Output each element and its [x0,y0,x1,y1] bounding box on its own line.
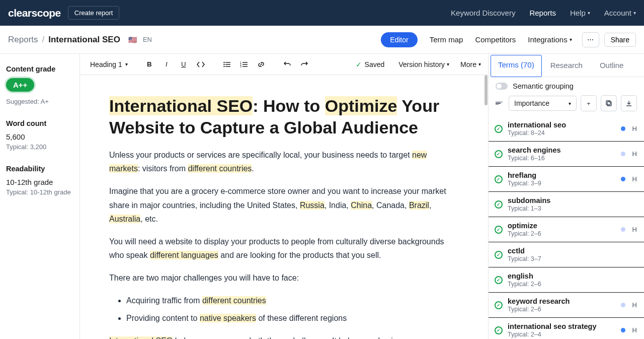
bullet-list[interactable]: Acquiring traffic from different countri… [109,294,453,325]
stats-sidebar: Content grade A++ Suggested: A+ Word cou… [0,54,79,339]
term-typical: Typical: 2–6 [508,281,637,288]
indicator-dot [621,152,625,156]
redo-button[interactable] [297,57,312,72]
nav-keyword-discovery[interactable]: Keyword Discovery [451,9,515,17]
term-item[interactable]: international seo strategyTypical: 2–4H [489,318,644,339]
svg-point-2 [223,63,224,64]
code-button[interactable] [193,57,208,72]
version-history-button[interactable]: Version history▾ [398,60,449,69]
editor-toolbar: Heading 1▾ B I U 123 ✓Saved Version hist… [80,54,488,75]
term-item[interactable]: international seoTypical: 8–24H [489,116,644,142]
tab-research[interactable]: Research [542,54,591,77]
svg-point-4 [223,65,224,66]
paragraph[interactable]: You will need a website to display your … [109,235,453,262]
word-count-value: 5,600 [6,132,74,141]
link-button[interactable] [254,57,269,72]
semantic-grouping-toggle[interactable] [496,83,508,90]
chevron-down-icon: ▾ [447,61,449,67]
check-circle-icon [495,150,503,158]
list-item[interactable]: Providing content to native speakers of … [126,312,453,325]
check-icon: ✓ [356,60,362,69]
add-term-button[interactable]: + [581,95,597,111]
paragraph[interactable]: There are two major challenges you will … [109,271,453,285]
logo: clearscope [8,7,61,19]
content-grade-label: Content grade [6,65,74,73]
nav-help[interactable]: Help▾ [570,9,590,17]
competitors-tab[interactable]: Competitors [475,35,516,44]
importance-dropdown[interactable]: Importance▾ [509,96,577,111]
tab-terms[interactable]: Terms (70) [491,55,542,77]
bold-button[interactable]: B [142,57,157,72]
indicator-dot [621,227,625,232]
term-name: cctld [508,247,637,255]
copy-button[interactable] [601,95,617,111]
download-button[interactable] [621,95,637,111]
more-menu-button[interactable]: ⋯ [582,32,599,47]
style-dropdown[interactable]: Heading 1▾ [87,58,131,71]
scrollbar-thumb[interactable] [485,75,488,105]
heading-badge: H [632,226,637,233]
more-dropdown[interactable]: More▾ [460,60,481,69]
svg-rect-7 [243,62,248,62]
term-name: search engines [508,146,616,154]
tab-outline[interactable]: Outline [591,54,632,77]
document-heading[interactable]: International SEO: How to Optimize Your … [109,95,453,138]
check-circle-icon [495,276,503,284]
bullet-list-button[interactable] [219,57,234,72]
undo-button[interactable] [280,57,295,72]
document-editor[interactable]: International SEO: How to Optimize Your … [80,75,488,339]
paragraph[interactable]: Unless your products or services are spe… [109,148,453,175]
sort-icon[interactable] [496,102,505,105]
chevron-down-icon: ▾ [588,10,590,16]
paragraph[interactable]: Imagine that you are a grocery e-commerc… [109,184,453,226]
svg-rect-13 [606,101,610,105]
heading-badge: H [632,150,637,158]
term-name: keyword research [508,297,616,305]
editor-tab[interactable]: Editor [381,32,418,47]
heading-badge: H [632,301,637,309]
term-typical: Typical: 8–24 [508,129,616,137]
numbered-list-button[interactable]: 123 [236,57,252,72]
term-item[interactable]: search enginesTypical: 6–16H [489,142,644,167]
term-item[interactable]: englishTypical: 2–6 [489,267,644,293]
create-report-button[interactable]: Create report [68,6,120,20]
chevron-down-icon: ▾ [633,10,636,16]
svg-rect-9 [243,64,248,64]
term-item[interactable]: keyword researchTypical: 2–6H [489,293,644,318]
saved-indicator: ✓Saved [356,60,385,69]
list-item[interactable]: Acquiring traffic from different countri… [126,294,453,307]
term-item[interactable]: hreflangTypical: 3–9H [489,167,644,192]
dots-icon: ⋯ [587,36,594,43]
term-item[interactable]: cctldTypical: 3–7 [489,242,644,267]
word-count-typical: Typical: 3,200 [6,143,74,151]
term-typical: Typical: 2–4 [508,331,616,338]
term-name: hreflang [508,171,616,179]
svg-point-0 [223,61,224,62]
indicator-dot [621,177,625,181]
share-button[interactable]: Share [604,33,636,47]
italic-button[interactable]: I [159,57,174,72]
svg-rect-3 [225,64,230,64]
language-code: EN [143,36,152,43]
check-circle-icon [495,251,503,259]
paragraph[interactable]: International SEO helps you overcome bot… [109,334,453,339]
term-typical: Typical: 2–6 [508,306,616,313]
check-circle-icon [495,175,503,183]
nav-reports[interactable]: Reports [529,9,556,17]
term-name: subdomains [508,196,637,205]
term-typical: Typical: 3–9 [508,180,616,187]
flag-icon: 🇺🇸 [128,36,137,44]
term-item[interactable]: subdomainsTypical: 1–3 [489,192,644,217]
svg-rect-12 [607,102,611,106]
svg-rect-5 [225,66,230,66]
nav-account[interactable]: Account▾ [604,9,636,17]
readability-typical: Typical: 10-12th grade [6,188,74,196]
readability-label: Readability [6,165,74,173]
underline-button[interactable]: U [176,57,191,72]
integrations-tab[interactable]: Integrations▾ [528,35,572,44]
indicator-dot [621,328,625,332]
content-grade-suggested: Suggested: A+ [6,98,74,105]
breadcrumb-reports[interactable]: Reports [8,35,38,45]
term-item[interactable]: optimizeTypical: 2–6H [489,217,644,242]
term-map-tab[interactable]: Term map [430,35,463,44]
